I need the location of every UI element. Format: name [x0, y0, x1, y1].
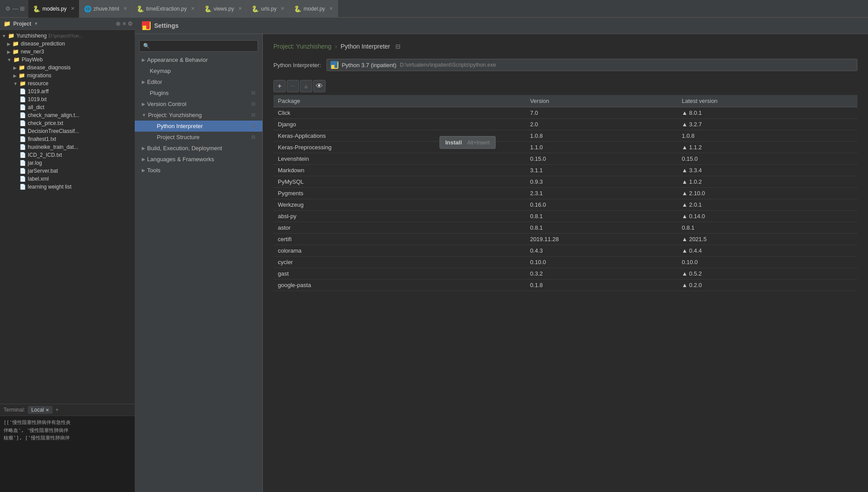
tree-label: check_price.txt	[28, 120, 63, 126]
table-row[interactable]: Pygments2.3.1▲ 2.10.0	[273, 188, 857, 199]
package-version: 0.9.3	[526, 176, 678, 188]
tab-close-urls[interactable]: ✕	[280, 6, 284, 11]
tree-disease-diagnosis[interactable]: ▶ 📁 disease_diagnosis	[0, 64, 136, 72]
nav-item-languages[interactable]: ▶ Languages & Frameworks	[135, 154, 262, 165]
folder-icon: 📁	[12, 41, 19, 47]
table-row[interactable]: Keras-Applications1.0.81.0.8	[273, 130, 857, 142]
file-icon: 📄	[19, 88, 26, 95]
tree-icd[interactable]: 📄 ICD_2_ICD.txt	[0, 151, 136, 159]
tab-icon-model: 🐍	[294, 5, 301, 12]
tree-1019-arff[interactable]: 📄 1019.arff	[0, 87, 136, 95]
tree-check-price[interactable]: 📄 check_price.txt	[0, 119, 136, 127]
table-row[interactable]: google-pasta0.1.8▲ 0.2.0	[273, 280, 857, 291]
table-row[interactable]: Django2.0▲ 3.2.7	[273, 119, 857, 130]
tab-zhuve[interactable]: 🌐 zhuve.html ✕	[80, 0, 132, 18]
tree-root[interactable]: ▼ 📁 Yunzhisheng D:\project\Yun...	[0, 32, 136, 40]
package-latest: ▲ 2021.5	[677, 234, 857, 245]
tab-model[interactable]: 🐍 model.py ✕	[289, 0, 338, 18]
table-row[interactable]: colorama0.4.3▲ 0.4.4	[273, 245, 857, 257]
tree-1019-txt[interactable]: 📄 1019.txt	[0, 95, 136, 103]
table-row[interactable]: Click7.0▲ 8.0.1	[273, 107, 857, 119]
tree-finaltest[interactable]: 📄 finaltest1.txt	[0, 135, 136, 143]
minimize-icon[interactable]: —	[12, 5, 18, 12]
nav-item-vcs[interactable]: ▶ Version Control ⊟	[135, 98, 262, 110]
tree-jarserver[interactable]: 📄 jarServer.bat	[0, 167, 136, 175]
add-package-button[interactable]: +	[273, 80, 286, 92]
tree-label: check_name_align.t...	[28, 112, 80, 118]
tab-close-zhuve[interactable]: ✕	[123, 6, 127, 11]
table-row[interactable]: absl-py0.8.1▲ 0.14.0	[273, 211, 857, 222]
nav-item-build[interactable]: ▶ Build, Execution, Deployment	[135, 143, 262, 154]
tree-playweb[interactable]: ▼ 📁 PlayWeb	[0, 56, 136, 64]
nav-item-tools[interactable]: ▶ Tools	[135, 165, 262, 176]
tree-huxineike[interactable]: 📄 huxineike_train_dat...	[0, 143, 136, 151]
svg-rect-5	[334, 62, 337, 65]
tab-close-time[interactable]: ✕	[191, 6, 195, 11]
table-row[interactable]: Markdown3.1.1▲ 3.3.4	[273, 165, 857, 176]
tab-urls[interactable]: 🐍 urls.py ✕	[247, 0, 289, 18]
tab-close-model[interactable]: ✕	[329, 6, 333, 11]
settings-search-input[interactable]	[139, 40, 258, 52]
package-latest: ▲ 0.2.0	[677, 280, 857, 291]
terminal-tab-local[interactable]: Local ✕	[28, 406, 53, 414]
table-row[interactable]: astor0.8.10.8.1	[273, 222, 857, 234]
tab-timeextraction[interactable]: 🐍 timeExtraction.py ✕	[132, 0, 200, 18]
package-name: Markdown	[273, 165, 526, 176]
table-row[interactable]: cycler0.10.00.10.0	[273, 257, 857, 268]
tab-models-py[interactable]: 🐍 models.py ✕	[28, 0, 80, 18]
expand-icon[interactable]: ⊟	[395, 43, 401, 50]
tree-decision-tree[interactable]: 📄 DecisionTreeClassif...	[0, 127, 136, 135]
tab-icon-urls: 🐍	[251, 5, 259, 12]
table-row[interactable]: certifi2019.11.28▲ 2021.5	[273, 234, 857, 245]
tree-jar-log[interactable]: 📄 jar.log	[0, 159, 136, 167]
package-name: certifi	[273, 234, 526, 245]
tab-icon-zhuve: 🌐	[84, 5, 91, 12]
tab-views[interactable]: 🐍 views.py ✕	[200, 0, 247, 18]
nav-item-python-interpreter[interactable]: Python Interpreter ⊟	[135, 121, 262, 132]
nav-item-project[interactable]: ▼ Project: Yunzhisheng ⊟	[135, 110, 262, 121]
terminal-close-icon[interactable]: ✕	[45, 408, 49, 413]
table-row[interactable]: Werkzeug0.16.0▲ 2.0.1	[273, 199, 857, 211]
show-paths-button[interactable]: 👁	[313, 80, 326, 92]
tree-resource[interactable]: ▼ 📁 resource	[0, 79, 136, 87]
nav-item-project-structure[interactable]: Project Structure ⊟	[135, 132, 262, 143]
tree-migrations[interactable]: ▶ 📁 migrations	[0, 72, 136, 79]
tree-learning-weight[interactable]: 📄 learning weight list	[0, 183, 136, 191]
sync-icon[interactable]: ⊕	[116, 20, 121, 27]
gear-icon[interactable]: ⚙	[5, 5, 11, 12]
tree-label-xml[interactable]: 📄 label.xml	[0, 175, 136, 183]
settings-icon[interactable]: ⚙	[128, 20, 133, 27]
tab-icon-time: 🐍	[136, 5, 144, 12]
tree-check-name[interactable]: 📄 check_name_align.t...	[0, 111, 136, 119]
table-row[interactable]: gast0.3.2▲ 0.5.2	[273, 268, 857, 280]
upgrade-package-button[interactable]: ▲	[300, 80, 312, 92]
collapse-icon[interactable]: ≡	[122, 20, 126, 27]
tree-disease-prediction[interactable]: ▶ 📁 disease_prediction	[0, 40, 136, 48]
arrow: ▶	[13, 73, 17, 78]
table-row[interactable]: PyMySQL0.9.3▲ 1.0.2	[273, 176, 857, 188]
folder-icon: 📁	[19, 64, 25, 71]
interpreter-select[interactable]: Python 3.7 (inpatient) D:\virtualenv\inp…	[326, 59, 857, 71]
package-table: Package Version Latest version Click7.0▲…	[273, 95, 857, 291]
remove-package-button[interactable]: −	[287, 80, 299, 92]
tab-label-model: model.py	[303, 6, 325, 12]
nav-item-appearance[interactable]: ▶ Appearance & Behavior	[135, 54, 262, 65]
tab-close-models[interactable]: ✕	[71, 6, 75, 11]
expand-icon[interactable]: ⊞	[20, 5, 25, 12]
nav-item-plugins[interactable]: Plugins ⊟	[135, 87, 262, 98]
tab-close-views[interactable]: ✕	[238, 6, 242, 11]
table-row[interactable]: Keras-Preprocessing1.1.0▲ 1.1.2	[273, 142, 857, 153]
nav-item-editor[interactable]: ▶ Editor	[135, 76, 262, 87]
tree-new-ner3[interactable]: ▶ 📁 new_ner3	[0, 48, 136, 56]
svg-rect-4	[331, 62, 334, 65]
table-row[interactable]: Levenshtein0.15.00.15.0	[273, 153, 857, 165]
tree-label: disease_prediction	[21, 41, 65, 47]
package-latest: ▲ 3.3.4	[677, 165, 857, 176]
svg-rect-6	[331, 65, 334, 68]
terminal-add-button[interactable]: +	[55, 407, 58, 413]
nav-label: Project: Yunzhisheng	[148, 112, 202, 118]
nav-item-keymap[interactable]: Keymap	[135, 65, 262, 76]
svg-rect-3	[146, 26, 150, 29]
tree-all-dict[interactable]: 📄 all_dict	[0, 103, 136, 111]
project-dropdown-icon[interactable]: ▼	[34, 21, 38, 26]
